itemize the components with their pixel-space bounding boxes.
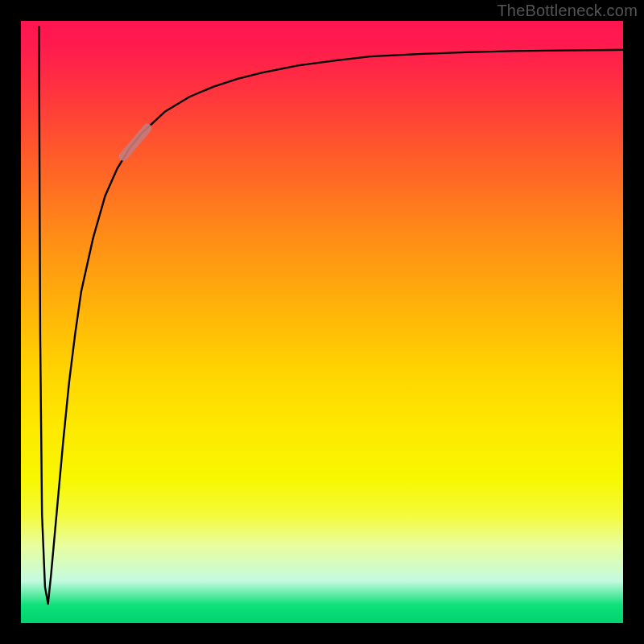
plot-area <box>21 21 623 623</box>
curve-layer <box>21 21 623 623</box>
watermark-text: TheBottleneck.com <box>497 2 638 20</box>
highlight-segment <box>123 128 147 156</box>
curve-path <box>39 27 623 604</box>
